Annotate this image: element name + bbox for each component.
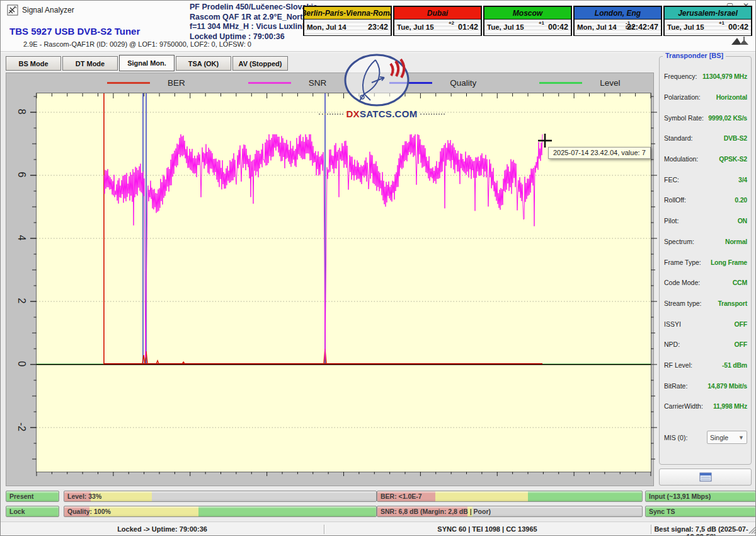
transponder-row: Standard:DVB-S2 (664, 128, 747, 149)
clock-body: Mon, Jul 1423:42 (304, 20, 391, 35)
transponder-label: ISSYI (664, 320, 681, 328)
status-uptime: Locked -> Uptime: 79:00:36 (1, 525, 324, 533)
transponder-row: Symbol Rate:9999,02 KS/s (664, 107, 747, 128)
satellite-dish-icon (7, 4, 18, 16)
transponder-label: Pilot: (664, 217, 679, 224)
clock-date: Tue, Jul 15 (667, 23, 704, 31)
chevron-down-icon: ▼ (738, 434, 744, 441)
site-info-line: f=11 304 MHz_H : Vicus Luxlink (190, 22, 318, 32)
clock-time: 00:42 (548, 23, 568, 32)
chart-legend: BERSNRQualityLevel (6, 75, 649, 90)
transponder-label: Stream type: (664, 300, 702, 307)
transponder-label: Spectrum: (664, 238, 694, 245)
transponder-value: Long Frame (711, 259, 747, 266)
transponder-label: Modulation: (664, 155, 698, 163)
transponder-label: Symbol Rate: (664, 114, 704, 122)
transponder-label: Frequency: (664, 73, 697, 80)
clock-city: Moscow (484, 7, 571, 20)
transponder-row: Frame Type:Long Frame (664, 252, 747, 272)
transponder-value: Transport (718, 300, 747, 307)
clock-offset: +2 (449, 20, 454, 26)
y-axis-label: 2 (15, 294, 28, 308)
transponder-row: ISSYIOFF (664, 313, 747, 334)
transponder-value: 11304,979 MHz (702, 73, 747, 80)
legend-label: SNR (309, 78, 327, 88)
transponder-label: Code Mode: (664, 279, 700, 286)
transponder-value: -51 dBm (722, 361, 747, 369)
site-info: PF Prodelin 450/Lučenec-Slovakia Rascom … (190, 3, 318, 42)
monitor-icon (699, 472, 712, 482)
clock-time: 00:42 (728, 23, 748, 32)
meter-quality: Quality: 100% (64, 506, 377, 517)
transponder-value: 0.20 (735, 196, 747, 204)
transponder-value: 3/4 (738, 176, 747, 184)
legend-swatch (389, 82, 432, 84)
header-divider (1, 51, 756, 53)
tab-av-stopped[interactable]: AV (Stopped) (232, 56, 288, 71)
transponder-row: RF Level:-51 dBm (664, 355, 747, 376)
transponder-value: DVB-S2 (724, 134, 747, 142)
transponder-row: Polarization:Horizontal (664, 87, 747, 108)
clock-city: Jerusalem-Israel (665, 7, 751, 20)
transponder-label: RollOff: (664, 196, 686, 204)
stream-viewer-button[interactable] (659, 469, 752, 486)
meter-input: Input (~13,91 Mbps) (645, 491, 756, 502)
transponder-label: BitRate: (664, 382, 687, 390)
tab-signal-mon[interactable]: Signal Mon. (119, 55, 175, 71)
transponder-value: Horizontal (716, 93, 747, 101)
clock-body: Tue, Jul 15+100:42 (665, 20, 751, 35)
y-axis-label: 4 (15, 231, 28, 245)
transponder-row: Modulation:QPSK-S2 (664, 149, 747, 170)
legend-item-level: Level (539, 78, 620, 88)
clock-offset: +1 (719, 20, 724, 26)
clock-city: Berlin-Paris-Vienna-Roma (304, 7, 391, 20)
transponder-rows: Frequency:11304,979 MHzPolarization:Hori… (664, 66, 747, 417)
antenna-icon (729, 36, 752, 45)
window-title: Signal Analyzer (22, 6, 74, 15)
legend-item-quality: Quality (389, 78, 476, 88)
world-clock: London, EngMon, Jul 14-1DST22:42:47 (573, 6, 662, 36)
transponder-value: 9999,02 KS/s (708, 114, 747, 122)
clock-city: London, Eng (575, 7, 661, 20)
tab-bs-mode[interactable]: BS Mode (6, 56, 61, 71)
site-info-line: PF Prodelin 450/Lučenec-Slovakia (190, 3, 318, 13)
transponder-row: FEC:3/4 (664, 169, 747, 190)
legend-item-ber: BER (107, 78, 185, 88)
statusbar: Locked -> Uptime: 79:00:36 SYNC 60 | TEI… (1, 521, 756, 536)
clock-body: Tue, Jul 15+100:42 (484, 20, 571, 35)
transponder-label: Frame Type: (664, 259, 701, 266)
transponder-row: Frequency:11304,979 MHz (664, 66, 747, 87)
clock-time: 22:42:47 (627, 23, 658, 32)
chart-panel: BERSNRQualityLevel 86420-2 2025-07-14 23… (6, 73, 654, 486)
clock-date: Tue, Jul 15 (487, 23, 524, 31)
transponder-value: 14,879 Mbit/s (707, 382, 747, 390)
statusbar-separator (651, 525, 651, 534)
tab-dt-mode[interactable]: DT Mode (62, 56, 118, 71)
legend-swatch (248, 82, 291, 84)
transponder-value: 11,998 MHz (713, 402, 747, 410)
clock-date: Tue, Jul 15 (397, 23, 434, 31)
resize-grip[interactable] (748, 526, 756, 534)
transponder-row: Spectrum:Normal (664, 231, 747, 252)
legend-swatch (107, 82, 150, 84)
mis-row: MIS (0): Single ▼ (664, 431, 747, 444)
world-clock: MoscowTue, Jul 15+100:42 (483, 6, 572, 36)
transponder-label: Standard: (664, 134, 693, 142)
status-sync-counters: SYNC 60 | TEI 1098 | CC 13965 (324, 525, 651, 533)
tab-tsa-ok[interactable]: TSA (OK) (176, 56, 231, 71)
status-best-signal: Best signal: 7,5 dB (2025-07-12 23:58) (651, 525, 752, 536)
clock-body: Tue, Jul 15+201:42 (394, 20, 481, 35)
transponder-title: Transponder [BS] (663, 52, 726, 59)
meter-ber: BER: <1.0E-7 (377, 491, 643, 502)
legend-label: BER (168, 78, 185, 88)
world-clocks: Berlin-Paris-Vienna-RomaMon, Jul 1423:42… (303, 6, 752, 36)
transponder-label: Polarization: (664, 93, 701, 101)
world-clock: Jerusalem-IsraelTue, Jul 15+100:42 (663, 6, 752, 36)
world-clock: DubaiTue, Jul 15+201:42 (393, 6, 482, 36)
clock-date: Mon, Jul 14 (307, 23, 346, 31)
mis-select[interactable]: Single ▼ (707, 431, 747, 444)
meter-level: Level: 33% (64, 491, 377, 502)
mis-label: MIS (0): (664, 434, 687, 441)
transponder-row: RollOff:0.20 (664, 190, 747, 211)
transponder-label: FEC: (664, 176, 679, 184)
